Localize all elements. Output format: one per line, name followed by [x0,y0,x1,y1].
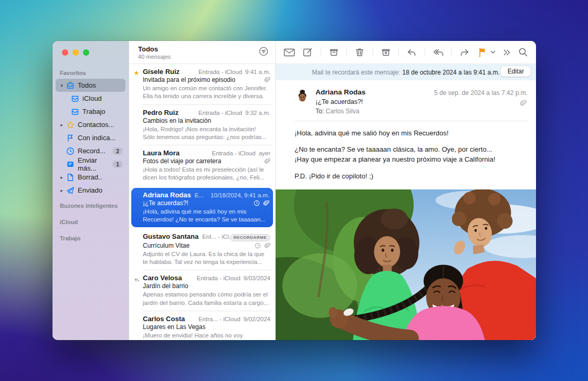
recipient-name[interactable]: Carlos Silva [326,108,359,115]
sidebar-item-label: Trabajo [82,108,106,115]
flag-icon [65,134,75,142]
list-item-selected[interactable]: Adriana Rodas E... 10/18/2024, 9:41 a.m.… [131,188,273,228]
sidebar-item-label: Record... [78,147,106,155]
inbox-icon [70,108,80,116]
sidebar-item-label: Enviar más... [78,156,112,172]
close-window-button[interactable] [62,49,68,56]
inbox-icon [70,94,80,103]
paperclip-icon [263,200,269,206]
trash-button[interactable] [354,47,365,58]
edit-reminder-button[interactable]: Editar [501,66,531,77]
toolbar [276,41,536,64]
sidebar-item-contactos[interactable]: ▸ Contactos... [56,118,125,131]
sidebar-item-label: Todos [78,81,96,89]
toolbar-divider [398,48,399,57]
list-item[interactable]: ★ Gisele Ruiz Entrada - iCloud 9:41 a.m.… [129,64,275,105]
sidebar-section-trabajo[interactable]: Trabajo [56,228,125,244]
reminder-text: Mail te recordará este mensaje: [312,69,400,76]
message-list-pane: Todos 40 mensajes ★ Gisele Ruiz Entrada … [129,41,276,340]
attachment-paperclip-icon[interactable] [520,99,527,109]
mail-window: Favoritos ▾ Todos iCloud Trabajo [52,41,536,340]
message-date: 5 de sep. de 2024 a las 7:42 p.m. [434,89,528,97]
toolbar-divider [373,48,373,57]
star-icon [65,121,75,129]
sidebar-section-favoritos: Favoritos [56,64,125,79]
reminder-datetime: 18 de octubre 2024 a las 9:41 a.m. [402,69,499,76]
sidebar-item-label: iCloud [82,94,102,102]
sidebar-item-trabajo[interactable]: Trabajo [56,105,125,118]
filter-button[interactable] [258,45,269,64]
sidebar-item-con-indicador[interactable]: Con indica... [56,131,125,144]
zoom-window-button[interactable] [83,49,89,56]
sidebar-item-label: Con indica... [78,134,116,142]
sidebar-item-icloud[interactable]: iCloud [56,92,125,105]
all-inboxes-icon [65,81,75,90]
message-header: Adriana Rodas ¡¿Te acuerdas?! To: Carlos… [276,80,536,121]
recordarme-badge: RECORDARME [230,234,270,241]
sidebar-item-label: Contactos... [78,121,114,129]
window-controls [52,41,129,63]
reply-button[interactable] [406,47,417,58]
more-toolbar-items-button[interactable] [503,49,511,56]
avatar[interactable] [295,89,310,104]
get-mail-button[interactable] [284,48,295,57]
message-body: ¡Hola, adivina qué me salió hoy en mis R… [276,121,536,189]
chevron-right-icon[interactable]: ▸ [58,188,65,193]
message-list-header: Todos 40 mensajes [129,41,275,64]
compose-button[interactable] [302,47,313,58]
list-item[interactable]: Carlos Costa Entra... - iCloud 9/02/2024… [129,311,275,340]
message-subject: ¡¿Te acuerdas?! [316,98,528,105]
sidebar-item-label: Enviado [78,186,102,194]
mailbox-title: Todos [138,45,171,54]
send-later-icon [65,160,75,168]
message-count: 40 mensajes [138,54,171,61]
replied-arrow-icon [132,276,141,285]
draft-icon [65,173,75,182]
list-item[interactable]: Gustavo Santana Ent... - iCl... RECORDAR… [129,229,275,270]
minimize-window-button[interactable] [72,49,79,56]
recipient-line: To: Carlos Silva [316,108,528,115]
reminder-banner: Mail te recordará este mensaje: 18 de oc… [276,64,536,80]
reminder-clock-icon [255,242,261,249]
paperclip-icon [264,77,270,83]
list-item[interactable]: Pedro Ruiz Entrada - iCloud 9:32 a.m. Ca… [129,105,275,146]
flag-chevron-down-icon[interactable] [490,50,496,54]
sidebar-item-todos[interactable]: ▾ Todos [56,79,125,92]
archive-button[interactable] [329,47,339,58]
sidebar-section-buzones-inteligentes[interactable]: Buzones inteligentes [56,197,125,211]
sidebar-item-recordatorios[interactable]: Record... 2 [56,144,125,157]
toolbar-divider [425,48,425,57]
chevron-right-icon[interactable]: ▸ [58,175,65,180]
reminder-clock-icon [254,200,260,206]
toolbar-divider [321,48,321,57]
reading-pane: Mail te recordará este mensaje: 18 de oc… [276,41,536,340]
paper-plane-icon [65,186,75,195]
toolbar-divider [346,48,347,57]
sidebar-item-enviado[interactable]: ▸ Enviado [56,184,125,197]
junk-button[interactable] [381,47,391,58]
toolbar-divider [452,48,452,57]
sidebar-item-label: Borrad.. [78,173,102,181]
photo-attachment[interactable] [276,189,536,340]
paperclip-icon [264,242,270,249]
unread-count-badge: 1 [112,161,123,168]
chevron-right-icon[interactable]: ▸ [58,122,65,128]
sidebar-item-borradores[interactable]: ▸ Borrad.. [56,171,125,184]
list-item[interactable]: Caro Velosa Entrada - iCloud 9/03/2024 J… [129,270,275,311]
sidebar-item-enviar-mas-tarde[interactable]: Enviar más... 1 [56,157,125,171]
list-item[interactable]: Laura Mora Entrada - iCloud ayer Fotos d… [129,145,275,186]
sidebar-section-icloud[interactable]: iCloud [56,211,125,228]
star-flag-icon: ★ [132,69,141,77]
search-button[interactable] [518,47,528,57]
reply-all-button[interactable] [433,47,444,58]
forward-button[interactable] [459,47,470,58]
chevron-down-icon[interactable]: ▾ [58,83,65,88]
clock-icon [65,147,75,155]
flag-button[interactable] [478,47,487,58]
message-list: ★ Gisele Ruiz Entrada - iCloud 9:41 a.m.… [129,64,275,340]
unread-count-badge: 2 [112,147,123,155]
paperclip-icon [264,158,270,164]
sidebar: Favoritos ▾ Todos iCloud Trabajo [52,41,129,340]
